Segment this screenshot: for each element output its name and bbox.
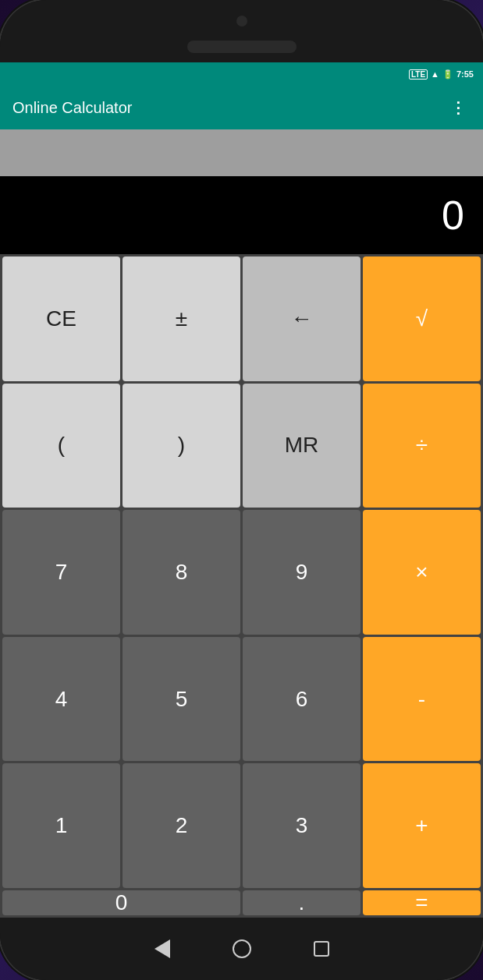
app-bar: Online Calculator ⋮ bbox=[0, 86, 483, 129]
speaker-grille bbox=[187, 41, 297, 53]
recents-button[interactable] bbox=[314, 941, 329, 957]
three-button[interactable]: 3 bbox=[243, 763, 360, 888]
minus-button[interactable]: - bbox=[363, 637, 481, 762]
ce-button[interactable]: CE bbox=[2, 256, 120, 381]
divide-button[interactable]: ÷ bbox=[363, 384, 481, 508]
eight-button[interactable]: 8 bbox=[123, 510, 240, 635]
front-camera bbox=[236, 16, 247, 27]
phone-shell: LTE ▲ 🔋 7:55 Online Calculator ⋮ 0 CE ± … bbox=[0, 0, 483, 980]
open-paren-button[interactable]: ( bbox=[2, 384, 120, 508]
six-button[interactable]: 6 bbox=[243, 637, 360, 762]
spacer-area bbox=[0, 129, 483, 176]
home-button[interactable] bbox=[233, 939, 251, 958]
mr-button[interactable]: MR bbox=[243, 384, 360, 508]
multiply-button[interactable]: × bbox=[363, 510, 481, 635]
status-icons: LTE ▲ 🔋 7:55 bbox=[409, 69, 474, 80]
four-button[interactable]: 4 bbox=[2, 637, 120, 762]
calc-display: 0 bbox=[0, 176, 483, 254]
nine-button[interactable]: 9 bbox=[243, 510, 360, 635]
back-button[interactable] bbox=[154, 939, 170, 958]
time-display: 7:55 bbox=[456, 69, 474, 79]
bottom-bezel bbox=[0, 918, 483, 980]
display-value: 0 bbox=[442, 192, 464, 239]
seven-button[interactable]: 7 bbox=[2, 510, 120, 635]
sqrt-button[interactable]: √ bbox=[363, 256, 481, 381]
one-button[interactable]: 1 bbox=[2, 763, 120, 888]
lte-icon: LTE bbox=[409, 69, 428, 80]
dot-button[interactable]: . bbox=[243, 890, 360, 915]
zero-button[interactable]: 0 bbox=[2, 890, 240, 915]
menu-button[interactable]: ⋮ bbox=[446, 98, 471, 117]
signal-bars-icon: ▲ bbox=[431, 69, 439, 79]
two-button[interactable]: 2 bbox=[123, 763, 240, 888]
plusminus-button[interactable]: ± bbox=[123, 256, 240, 381]
status-bar: LTE ▲ 🔋 7:55 bbox=[0, 62, 483, 86]
five-button[interactable]: 5 bbox=[123, 637, 240, 762]
calc-buttons: CE ± ← √ ( ) MR ÷ 7 8 9 × 4 5 6 - 1 2 3 … bbox=[0, 254, 483, 918]
app-title: Online Calculator bbox=[12, 99, 446, 117]
top-bezel bbox=[0, 0, 483, 62]
battery-icon: 🔋 bbox=[442, 69, 453, 80]
close-paren-button[interactable]: ) bbox=[123, 384, 240, 508]
plus-button[interactable]: + bbox=[363, 763, 481, 888]
screen: LTE ▲ 🔋 7:55 Online Calculator ⋮ 0 CE ± … bbox=[0, 62, 483, 918]
equals-button[interactable]: = bbox=[363, 890, 481, 915]
backspace-button[interactable]: ← bbox=[243, 256, 360, 381]
